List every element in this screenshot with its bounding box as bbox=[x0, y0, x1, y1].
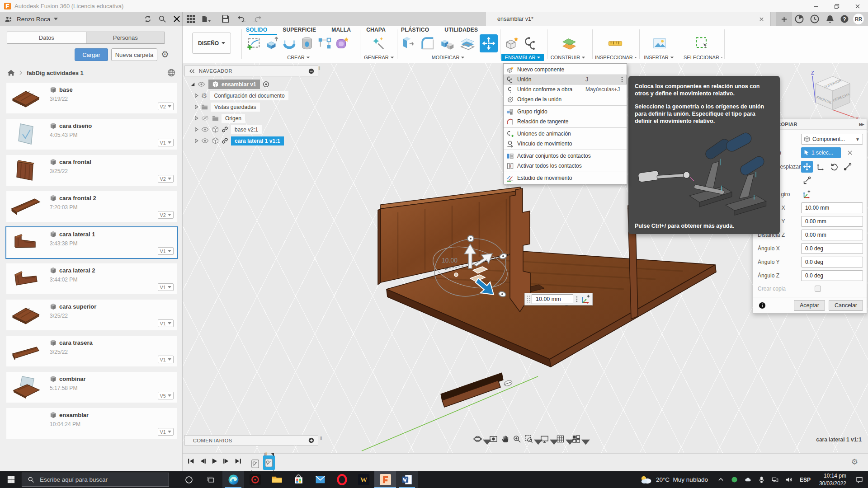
move-tool-icon-active[interactable] bbox=[480, 34, 498, 52]
skip-to-start-icon[interactable] bbox=[187, 457, 195, 465]
history-clock-icon[interactable] bbox=[810, 14, 819, 23]
minimize-button[interactable] bbox=[806, 0, 826, 12]
grid-menu-icon[interactable] bbox=[186, 14, 195, 23]
project-item[interactable]: cara superior3/25/22V1 bbox=[6, 300, 177, 330]
play-icon[interactable] bbox=[211, 457, 218, 465]
clear-selection-icon[interactable] bbox=[847, 150, 853, 155]
selection-chip[interactable]: 1 selec... bbox=[801, 147, 841, 158]
measure-icon[interactable] bbox=[608, 36, 623, 51]
generative-icon[interactable] bbox=[370, 36, 386, 51]
ribbon-tab-solido[interactable]: SOLIDO bbox=[246, 27, 267, 34]
version-badge[interactable]: V1 bbox=[158, 319, 174, 327]
comments-bar[interactable]: COMENTARIOS bbox=[184, 435, 318, 446]
help-icon[interactable]: ? bbox=[840, 14, 849, 23]
angle-x-input[interactable]: 0.0 deg bbox=[801, 243, 863, 254]
create-sketch-icon[interactable] bbox=[246, 36, 262, 51]
menu-item-motion-link[interactable]: Vínculo de movimiento bbox=[504, 139, 627, 149]
press-pull-icon[interactable] bbox=[400, 36, 415, 51]
tree-node-selected[interactable]: cara lateral 1 v1:1 bbox=[184, 135, 318, 146]
avatar[interactable]: RR bbox=[853, 13, 864, 25]
menu-item-joint[interactable]: UniónJ bbox=[504, 75, 627, 84]
collapsed-triangle-icon[interactable] bbox=[194, 104, 198, 109]
taskbar-app-redapp[interactable] bbox=[244, 471, 266, 488]
tree-node-origin[interactable]: Origen bbox=[184, 113, 318, 124]
tree-node-root[interactable]: ensamblar v1 bbox=[184, 79, 318, 90]
project-item[interactable]: cara frontal 27:20:03 PMV2 bbox=[6, 191, 177, 222]
insert-canvas-icon[interactable] bbox=[652, 36, 667, 51]
ribbon-tab-chapa[interactable]: CHAPA bbox=[366, 27, 386, 34]
breadcrumb-folder[interactable]: fabDig actividades 1 bbox=[27, 70, 84, 76]
taskbar-weather[interactable]: 20°C Muy nublado bbox=[640, 475, 708, 484]
network-icon[interactable] bbox=[769, 471, 782, 488]
version-badge[interactable]: V1 bbox=[158, 428, 174, 436]
project-item[interactable]: cara diseño4:05:43 PMV1 bbox=[6, 119, 177, 150]
panel-settings-gear-icon[interactable]: ⚙ bbox=[160, 49, 170, 59]
distance-value-input[interactable]: 10.00 mm bbox=[532, 294, 573, 304]
orbit-icon[interactable] bbox=[473, 435, 486, 443]
eye-icon[interactable] bbox=[201, 138, 209, 144]
distance-x-input[interactable]: 10.00 mm bbox=[801, 202, 863, 213]
project-item[interactable]: cara lateral 23:44:02 PMV1 bbox=[6, 263, 177, 294]
more-options-icon[interactable] bbox=[621, 76, 623, 83]
tree-node-base[interactable]: base v2:1 bbox=[184, 124, 318, 135]
angle-y-input[interactable]: 0.0 deg bbox=[801, 257, 863, 267]
project-item[interactable]: cara trasera3/25/22V1 bbox=[6, 336, 177, 366]
rotate-button[interactable] bbox=[828, 161, 840, 173]
zoom-window-icon[interactable] bbox=[524, 435, 537, 443]
display-settings-icon[interactable] bbox=[540, 435, 553, 443]
expanded-triangle-icon[interactable] bbox=[191, 82, 195, 87]
start-button[interactable] bbox=[0, 471, 22, 488]
menu-item-joint-origin[interactable]: Origen de la unión bbox=[504, 94, 627, 104]
menu-item-rigid-group[interactable]: Grupo rígido bbox=[504, 107, 627, 117]
group-generar[interactable]: GENERAR bbox=[362, 54, 396, 61]
object-type-dropdown[interactable]: Component... ▼ bbox=[801, 134, 863, 145]
tree-node-saved-views[interactable]: Vistas guardadas bbox=[184, 101, 318, 113]
job-status-icon[interactable] bbox=[795, 14, 804, 23]
look-at-icon[interactable] bbox=[489, 435, 498, 443]
step-forward-icon[interactable] bbox=[222, 457, 230, 465]
language-indicator[interactable]: ESP bbox=[796, 477, 815, 483]
viewport[interactable]: 10.00 bbox=[183, 63, 868, 453]
taskbar-app-fusion[interactable] bbox=[374, 471, 396, 488]
task-view-icon[interactable] bbox=[201, 471, 221, 488]
document-tab[interactable]: ensamblar v1* bbox=[485, 12, 771, 26]
user-name[interactable]: Renzo Roca bbox=[17, 16, 50, 23]
extrude-icon[interactable] bbox=[264, 36, 279, 51]
eye-icon[interactable] bbox=[201, 127, 209, 132]
notifications-bell-icon[interactable] bbox=[826, 14, 835, 23]
derive-icon[interactable] bbox=[317, 36, 332, 51]
activate-target-icon[interactable] bbox=[263, 81, 269, 88]
group-ensamblar-active[interactable]: ENSAMBLAR bbox=[501, 54, 544, 61]
group-crear[interactable]: CREAR bbox=[280, 54, 316, 61]
globe-icon[interactable] bbox=[167, 69, 175, 77]
create-copy-checkbox[interactable] bbox=[815, 286, 821, 292]
accept-button[interactable]: Aceptar bbox=[794, 300, 825, 311]
project-item[interactable]: cara frontal3/25/22V2 bbox=[6, 155, 177, 186]
project-item[interactable]: ensamblar10:04:24 PMV1 bbox=[6, 408, 177, 439]
axis-widget-icon[interactable] bbox=[580, 294, 590, 304]
microphone-icon[interactable] bbox=[755, 471, 769, 488]
navigator-header[interactable]: NAVEGADOR bbox=[184, 66, 318, 76]
tab-personas[interactable]: Personas bbox=[86, 32, 165, 43]
minus-circle-icon[interactable] bbox=[308, 68, 314, 74]
taskbar-app-store[interactable] bbox=[288, 471, 309, 488]
restore-button[interactable] bbox=[826, 0, 847, 12]
menu-item-all-contacts[interactable]: Activar todos los contactos bbox=[504, 161, 627, 171]
timeline-settings-gear-icon[interactable]: ⚙ bbox=[851, 458, 858, 467]
ribbon-tab-malla[interactable]: MALLA bbox=[331, 27, 351, 34]
undo-icon[interactable] bbox=[237, 14, 246, 23]
collapse-icon[interactable] bbox=[189, 69, 195, 73]
file-menu-icon[interactable] bbox=[202, 14, 211, 23]
save-icon[interactable] bbox=[221, 14, 230, 23]
ribbon-tab-plástico[interactable]: PLÁSTICO bbox=[401, 27, 429, 34]
volume-icon[interactable] bbox=[782, 471, 796, 488]
close-button[interactable] bbox=[847, 0, 868, 12]
select-tool-icon[interactable] bbox=[694, 36, 710, 51]
tray-green-status-icon[interactable] bbox=[728, 471, 741, 488]
dock-arrows-icon[interactable]: ▶▶ bbox=[859, 122, 863, 127]
group-seleccionar[interactable]: SELECCIONAR bbox=[684, 54, 722, 61]
tab-datos[interactable]: Datos bbox=[7, 32, 86, 43]
grid-layout-icon[interactable] bbox=[556, 435, 569, 443]
point-to-position-button[interactable] bbox=[801, 174, 813, 186]
version-badge[interactable]: V1 bbox=[158, 247, 174, 255]
